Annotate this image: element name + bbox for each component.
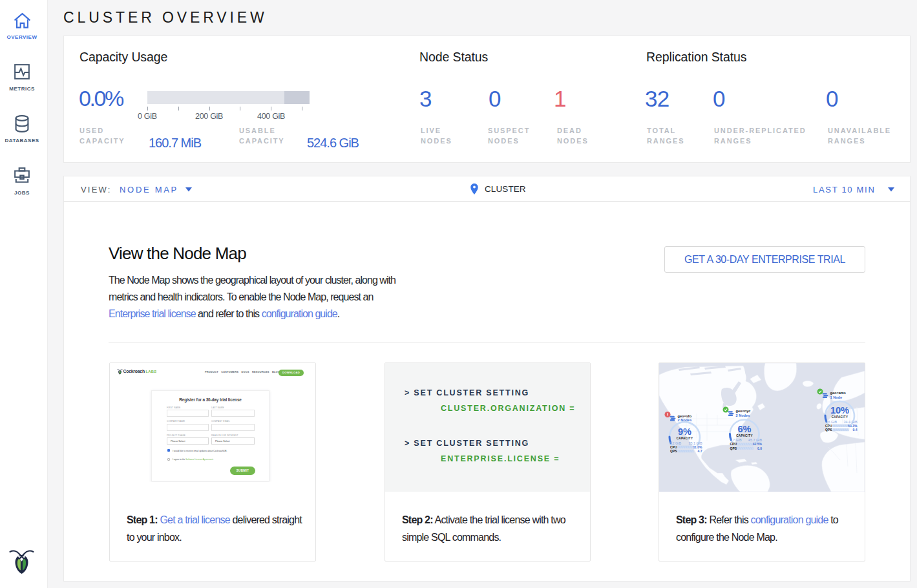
svg-text:35.1 GiB: 35.1 GiB [689, 441, 702, 445]
svg-text:3.6 GiB: 3.6 GiB [825, 420, 837, 424]
svg-text:10%: 10% [830, 405, 849, 415]
svg-text:CAPACITY: CAPACITY [677, 437, 693, 440]
svg-text:geo=sfo: geo=sfo [678, 414, 692, 418]
svg-text:QPS: QPS [825, 428, 832, 432]
svg-text:2 Nodes: 2 Nodes [736, 414, 750, 417]
svg-text:CAPACITY: CAPACITY [832, 415, 848, 419]
svg-text:53.3%: 53.3% [848, 424, 858, 428]
svg-text:CPU: CPU [730, 442, 737, 446]
svg-text:4.7: 4.7 [698, 449, 702, 453]
svg-text:CPU: CPU [825, 424, 832, 428]
svg-text:QPS: QPS [670, 449, 677, 453]
svg-text:34.4 GiB: 34.4 GiB [844, 420, 858, 424]
svg-text:0.0: 0.0 [757, 446, 762, 450]
svg-text:CAPACITY: CAPACITY [736, 434, 753, 437]
svg-text:6%: 6% [738, 424, 752, 434]
svg-text:11.0%: 11.0% [693, 445, 702, 449]
svg-text:geo=ams: geo=ams [830, 391, 846, 395]
svg-text:0.4: 0.4 [853, 428, 858, 432]
svg-text:geo=nyc: geo=nyc [736, 409, 751, 413]
svg-text:45.7 GiB: 45.7 GiB [748, 438, 762, 442]
svg-text:9%: 9% [678, 426, 691, 437]
svg-text:3.2 GiB: 3.2 GiB [669, 441, 681, 445]
svg-text:CPU: CPU [670, 445, 677, 449]
svg-text:1 Node: 1 Node [830, 395, 843, 399]
svg-text:QPS: QPS [730, 446, 737, 450]
svg-text:3.7 GiB: 3.7 GiB [730, 438, 742, 442]
svg-text:42.5%: 42.5% [753, 442, 763, 446]
